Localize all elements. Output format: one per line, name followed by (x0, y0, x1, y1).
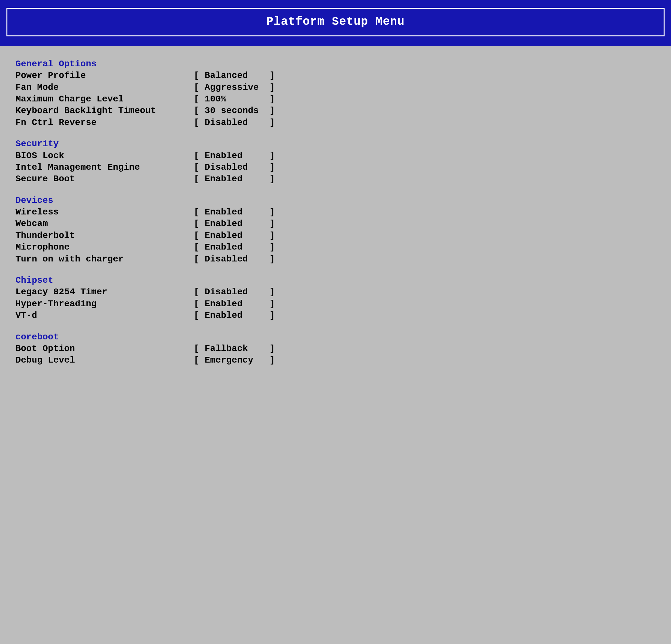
settings-content: General Options Power Profile [ Balanced… (0, 46, 671, 379)
row-legacy-8254-timer[interactable]: Legacy 8254 Timer [ Disabled ] (15, 286, 656, 298)
label-wireless: Wireless (15, 206, 194, 218)
value-webcam[interactable]: [ Enabled ] (194, 218, 275, 230)
value-hyper-threading[interactable]: [ Enabled ] (194, 298, 275, 310)
label-debug-level: Debug Level (15, 354, 194, 366)
value-maximum-charge-level[interactable]: [ 100% ] (194, 93, 275, 105)
label-intel-management-engine: Intel Management Engine (15, 162, 194, 173)
label-hyper-threading: Hyper-Threading (15, 298, 194, 310)
value-debug-level[interactable]: [ Emergency ] (194, 354, 275, 366)
row-turn-on-with-charger[interactable]: Turn on with charger [ Disabled ] (15, 253, 656, 265)
row-power-profile[interactable]: Power Profile [ Balanced ] (15, 70, 656, 81)
label-fn-ctrl-reverse: Fn Ctrl Reverse (15, 117, 194, 128)
value-bios-lock[interactable]: [ Enabled ] (194, 150, 275, 162)
row-fn-ctrl-reverse[interactable]: Fn Ctrl Reverse [ Disabled ] (15, 117, 656, 128)
value-legacy-8254-timer[interactable]: [ Disabled ] (194, 286, 275, 298)
row-debug-level[interactable]: Debug Level [ Emergency ] (15, 354, 656, 366)
row-boot-option[interactable]: Boot Option [ Fallback ] (15, 343, 656, 354)
value-wireless[interactable]: [ Enabled ] (194, 206, 275, 218)
label-bios-lock: BIOS Lock (15, 150, 194, 162)
label-legacy-8254-timer: Legacy 8254 Timer (15, 286, 194, 298)
row-microphone[interactable]: Microphone [ Enabled ] (15, 241, 656, 253)
value-secure-boot[interactable]: [ Enabled ] (194, 173, 275, 185)
row-bios-lock[interactable]: BIOS Lock [ Enabled ] (15, 150, 656, 162)
row-maximum-charge-level[interactable]: Maximum Charge Level [ 100% ] (15, 93, 656, 105)
value-fan-mode[interactable]: [ Aggressive ] (194, 82, 275, 93)
section-header-general-options: General Options (15, 58, 656, 70)
row-keyboard-backlight-timeout[interactable]: Keyboard Backlight Timeout [ 30 seconds … (15, 105, 656, 116)
value-power-profile[interactable]: [ Balanced ] (194, 70, 275, 81)
label-turn-on-with-charger: Turn on with charger (15, 253, 194, 265)
value-thunderbolt[interactable]: [ Enabled ] (194, 230, 275, 241)
value-keyboard-backlight-timeout[interactable]: [ 30 seconds ] (194, 105, 275, 116)
label-power-profile: Power Profile (15, 70, 194, 81)
value-boot-option[interactable]: [ Fallback ] (194, 343, 275, 354)
value-fn-ctrl-reverse[interactable]: [ Disabled ] (194, 117, 275, 128)
row-wireless[interactable]: Wireless [ Enabled ] (15, 206, 656, 218)
label-maximum-charge-level: Maximum Charge Level (15, 93, 194, 105)
section-header-coreboot: coreboot (15, 331, 656, 343)
value-vt-d[interactable]: [ Enabled ] (194, 310, 275, 321)
row-fan-mode[interactable]: Fan Mode [ Aggressive ] (15, 82, 656, 93)
row-webcam[interactable]: Webcam [ Enabled ] (15, 218, 656, 230)
label-microphone: Microphone (15, 241, 194, 253)
row-hyper-threading[interactable]: Hyper-Threading [ Enabled ] (15, 298, 656, 310)
label-boot-option: Boot Option (15, 343, 194, 354)
label-secure-boot: Secure Boot (15, 173, 194, 185)
row-vt-d[interactable]: VT-d [ Enabled ] (15, 310, 656, 321)
value-microphone[interactable]: [ Enabled ] (194, 241, 275, 253)
label-thunderbolt: Thunderbolt (15, 230, 194, 241)
row-secure-boot[interactable]: Secure Boot [ Enabled ] (15, 173, 656, 185)
row-intel-management-engine[interactable]: Intel Management Engine [ Disabled ] (15, 162, 656, 173)
section-header-security: Security (15, 138, 656, 150)
section-header-devices: Devices (15, 195, 656, 206)
label-webcam: Webcam (15, 218, 194, 230)
value-intel-management-engine[interactable]: [ Disabled ] (194, 162, 275, 173)
section-header-chipset: Chipset (15, 275, 656, 286)
label-keyboard-backlight-timeout: Keyboard Backlight Timeout (15, 105, 194, 116)
label-fan-mode: Fan Mode (15, 82, 194, 93)
value-turn-on-with-charger[interactable]: [ Disabled ] (194, 253, 275, 265)
page-title: Platform Setup Menu (7, 8, 664, 36)
row-thunderbolt[interactable]: Thunderbolt [ Enabled ] (15, 230, 656, 241)
header-bar: Platform Setup Menu (0, 0, 671, 46)
label-vt-d: VT-d (15, 310, 194, 321)
